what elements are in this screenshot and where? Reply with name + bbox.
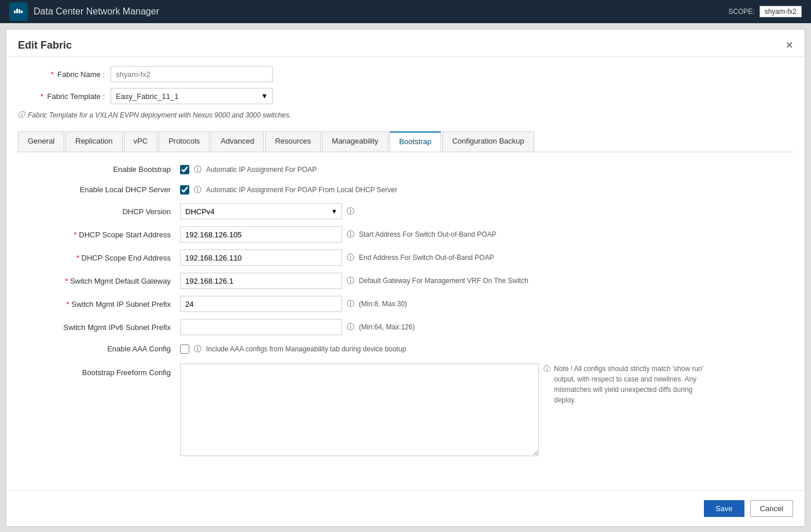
tab-replication[interactable]: Replication	[65, 131, 122, 152]
footer: Save Cancel	[6, 490, 805, 526]
enable-local-dhcp-hint: Automatic IP Assignment For POAP From Lo…	[206, 186, 397, 194]
cancel-button[interactable]: Cancel	[750, 500, 793, 517]
tab-bootstrap[interactable]: Bootstrap	[390, 131, 442, 152]
freeform-control: ⓘ Note ! All configs should strictly mat…	[180, 361, 793, 457]
switch-mgmt-ipv6-input[interactable]	[180, 319, 342, 335]
enable-local-dhcp-info-icon: ⓘ	[194, 185, 201, 195]
tab-protocols[interactable]: Protocols	[159, 131, 210, 152]
fabric-name-input[interactable]	[111, 66, 273, 82]
svg-rect-0	[14, 10, 16, 13]
enable-bootstrap-control: ⓘ Automatic IP Assignment For POAP	[180, 163, 793, 176]
enable-bootstrap-info-icon: ⓘ	[194, 164, 201, 175]
enable-bootstrap-hint: Automatic IP Assignment For POAP	[206, 166, 317, 174]
topbar: Data Center Network Manager SCOPE: shyam…	[0, 0, 811, 23]
fabric-template-select-wrapper: Easy_Fabric_11_1 ▼	[111, 88, 273, 104]
freeform-note: ⓘ Note ! All configs should strictly mat…	[544, 364, 706, 405]
switch-mgmt-gw-control: ⓘ Default Gateway For Management VRF On …	[180, 271, 793, 290]
required-star: *	[51, 70, 54, 79]
scope-value: shyam-fx2	[759, 6, 802, 17]
dhcp-version-info-icon: ⓘ	[347, 206, 354, 217]
enable-aaa-control: ⓘ Include AAA configs from Manageability…	[180, 343, 793, 355]
enable-aaa-label: Enable AAA Config	[18, 341, 180, 357]
tab-config-backup[interactable]: Configuration Backup	[442, 131, 534, 152]
fabric-template-label: * Fabric Template :	[18, 92, 111, 101]
dhcp-version-select-wrapper: DHCPv4 DHCPv6 ▼	[180, 203, 342, 219]
dhcp-scope-end-hint: End Address For Switch Out-of-Band POAP	[359, 254, 494, 262]
freeform-label: Bootstrap Freeform Config	[18, 361, 180, 380]
dhcp-scope-end-info-icon: ⓘ	[347, 252, 354, 263]
enable-bootstrap-checkbox[interactable]	[180, 165, 189, 174]
dhcp-scope-start-info-icon: ⓘ	[347, 229, 354, 240]
close-button[interactable]: ×	[786, 39, 793, 52]
tab-general[interactable]: General	[18, 131, 64, 152]
dhcp-scope-end-label: DHCP Scope End Address	[18, 250, 180, 266]
switch-mgmt-prefix-label: Switch Mgmt IP Subnet Prefix	[18, 296, 180, 312]
dhcp-scope-start-control: ⓘ Start Address For Switch Out-of-Band P…	[180, 225, 793, 244]
switch-mgmt-prefix-info-icon: ⓘ	[347, 299, 354, 309]
switch-mgmt-prefix-input[interactable]	[180, 296, 342, 312]
enable-local-dhcp-control: ⓘ Automatic IP Assignment For POAP From …	[180, 184, 793, 196]
form-section: * Fabric Name : * Fabric Template : Easy…	[6, 57, 805, 124]
save-button[interactable]: Save	[704, 500, 744, 517]
fabric-template-row: * Fabric Template : Easy_Fabric_11_1 ▼	[18, 88, 793, 104]
dhcp-scope-end-control: ⓘ End Address For Switch Out-of-Band POA…	[180, 248, 793, 267]
modal-title: Edit Fabric	[18, 39, 72, 52]
dhcp-scope-end-input[interactable]	[180, 250, 342, 266]
enable-local-dhcp-label: Enable Local DHCP Server	[18, 182, 180, 197]
switch-mgmt-ipv6-info-icon: ⓘ	[347, 322, 354, 332]
dhcp-scope-start-hint: Start Address For Switch Out-of-Band POA…	[359, 230, 496, 239]
tab-manageability[interactable]: Manageability	[322, 131, 388, 152]
tabs-container: General Replication vPC Protocols Advanc…	[6, 131, 805, 152]
dhcp-scope-start-input[interactable]	[180, 226, 342, 243]
info-icon: ⓘ	[18, 110, 25, 120]
switch-mgmt-gw-info-icon: ⓘ	[347, 276, 354, 286]
enable-aaa-checkbox[interactable]	[180, 344, 189, 354]
field-grid: Enable Bootstrap ⓘ Automatic IP Assignme…	[18, 162, 793, 457]
topbar-left: Data Center Network Manager	[9, 2, 159, 21]
freeform-textarea[interactable]	[180, 364, 539, 456]
dhcp-scope-start-label: DHCP Scope Start Address	[18, 227, 180, 243]
dhcp-version-label: DHCP Version	[18, 204, 180, 219]
switch-mgmt-prefix-hint: (Min:8, Max:30)	[359, 300, 407, 308]
app-title: Data Center Network Manager	[34, 6, 159, 17]
enable-aaa-hint: Include AAA configs from Manageability t…	[206, 345, 406, 353]
tab-advanced[interactable]: Advanced	[211, 131, 264, 152]
svg-rect-1	[16, 9, 18, 13]
enable-aaa-info-icon: ⓘ	[194, 344, 201, 354]
fabric-template-select[interactable]: Easy_Fabric_11_1	[111, 88, 273, 104]
fabric-name-label: * Fabric Name :	[18, 70, 111, 79]
modal-header: Edit Fabric ×	[6, 30, 805, 57]
freeform-note-info-icon: ⓘ	[544, 364, 551, 374]
enable-bootstrap-label: Enable Bootstrap	[18, 162, 180, 177]
svg-rect-2	[19, 9, 20, 13]
switch-mgmt-prefix-control: ⓘ (Min:8, Max:30)	[180, 295, 793, 313]
required-star2: *	[41, 92, 43, 101]
modal: Edit Fabric × * Fabric Name : * Fabric T…	[6, 29, 805, 527]
dhcp-version-select[interactable]: DHCPv4 DHCPv6	[180, 203, 342, 219]
svg-rect-3	[21, 10, 23, 13]
fabric-name-row: * Fabric Name :	[18, 66, 793, 82]
fabric-template-hint: ⓘ Fabric Template for a VXLAN EVPN deplo…	[18, 110, 793, 120]
topbar-right: SCOPE: shyam-fx2	[728, 6, 802, 17]
switch-mgmt-ipv6-control: ⓘ (Min:64, Max:126)	[180, 318, 793, 336]
switch-mgmt-gw-label: Switch Mgmt Default Gateway	[18, 273, 180, 289]
switch-mgmt-gw-hint: Default Gateway For Management VRF On Th…	[359, 277, 529, 285]
cisco-logo	[9, 2, 28, 21]
switch-mgmt-ipv6-label: Switch Mgmt IPv6 Subnet Prefix	[18, 320, 180, 335]
tab-vpc[interactable]: vPC	[124, 131, 158, 152]
scope-label: SCOPE:	[728, 8, 754, 16]
switch-mgmt-ipv6-hint: (Min:64, Max:126)	[359, 323, 415, 331]
switch-mgmt-gw-input[interactable]	[180, 273, 342, 289]
tab-content-bootstrap: Enable Bootstrap ⓘ Automatic IP Assignme…	[6, 152, 805, 467]
tabs: General Replication vPC Protocols Advanc…	[18, 131, 793, 152]
tab-resources[interactable]: Resources	[265, 131, 321, 152]
enable-local-dhcp-checkbox[interactable]	[180, 185, 189, 195]
dhcp-version-control: DHCPv4 DHCPv6 ▼ ⓘ	[180, 202, 793, 221]
